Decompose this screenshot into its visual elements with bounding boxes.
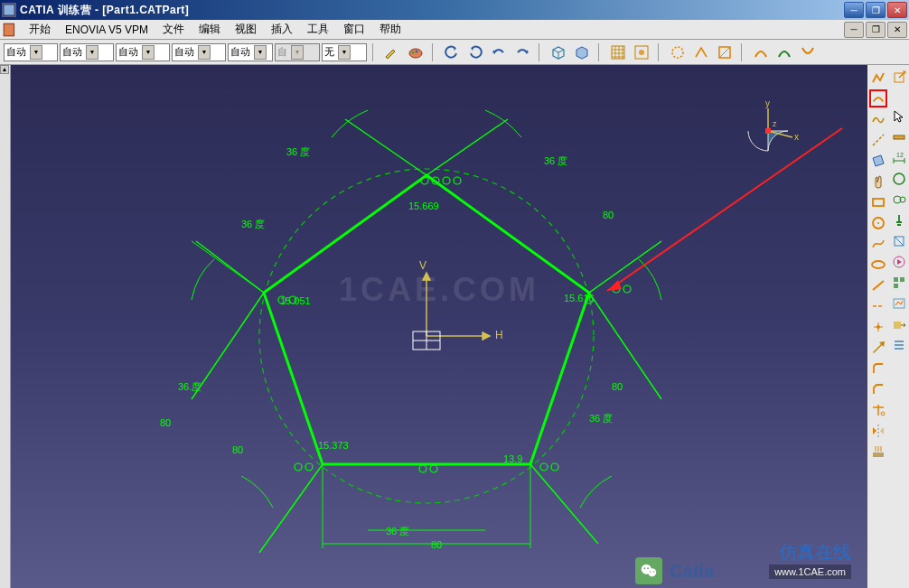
close-button[interactable]: ✕ bbox=[887, 2, 907, 18]
undo-icon[interactable] bbox=[441, 42, 463, 62]
arc1-icon[interactable] bbox=[750, 42, 772, 62]
mirror-icon[interactable] bbox=[869, 422, 887, 440]
svg-point-40 bbox=[540, 463, 548, 471]
cube2-icon[interactable] bbox=[571, 42, 593, 62]
output-icon[interactable] bbox=[890, 315, 908, 333]
sketch-analysis-icon[interactable] bbox=[890, 294, 908, 313]
svg-point-38 bbox=[623, 285, 631, 293]
contact-constraint-icon[interactable] bbox=[890, 191, 908, 209]
edit-multi-icon[interactable] bbox=[890, 274, 908, 292]
circle-center-icon[interactable] bbox=[869, 214, 887, 232]
snap-icon[interactable] bbox=[631, 42, 652, 62]
geo-constraint-icon[interactable] bbox=[714, 42, 736, 62]
project-icon[interactable] bbox=[869, 443, 887, 461]
exit-sketch-icon[interactable] bbox=[890, 69, 908, 87]
dimension-constraint-icon[interactable]: 12 bbox=[890, 149, 908, 167]
doc-restore-button[interactable]: ❐ bbox=[866, 22, 886, 38]
spline-icon[interactable] bbox=[869, 110, 887, 128]
redo-arrow-icon[interactable] bbox=[511, 42, 533, 62]
svg-text:y: y bbox=[765, 101, 770, 108]
select-arrow-icon[interactable] bbox=[890, 107, 908, 126]
constraint-icon[interactable] bbox=[890, 128, 908, 146]
maximize-button[interactable]: ❐ bbox=[866, 2, 886, 18]
menu-start[interactable]: 开始 bbox=[22, 20, 58, 39]
svg-line-25 bbox=[589, 241, 661, 293]
svg-point-73 bbox=[644, 567, 646, 569]
compass[interactable]: y x z bbox=[736, 101, 800, 164]
combo-7[interactable]: 无▼ bbox=[322, 43, 367, 61]
combo-6: 自▼ bbox=[275, 43, 320, 61]
ellipse-icon[interactable] bbox=[869, 256, 887, 274]
svg-point-42 bbox=[419, 465, 426, 472]
combo-2[interactable]: 自动▼ bbox=[60, 43, 114, 61]
axis2-icon[interactable] bbox=[869, 297, 887, 315]
svg-text:36 度: 36 度 bbox=[544, 155, 567, 166]
left-scrollbar[interactable]: ▲ bbox=[0, 65, 11, 588]
doc-minimize-button[interactable]: ─ bbox=[844, 22, 864, 38]
svg-point-43 bbox=[430, 465, 437, 472]
arc-three-points-icon[interactable] bbox=[869, 89, 887, 107]
arrow-icon[interactable] bbox=[869, 339, 887, 357]
fix-icon[interactable] bbox=[890, 211, 908, 229]
construction-icon[interactable] bbox=[667, 42, 689, 62]
combo-1[interactable]: 自动▼ bbox=[4, 43, 58, 61]
redo-icon[interactable] bbox=[464, 42, 486, 62]
svg-point-8 bbox=[672, 47, 683, 58]
spline2-icon[interactable] bbox=[869, 235, 887, 253]
svg-point-72 bbox=[648, 568, 656, 576]
point-icon[interactable] bbox=[869, 318, 887, 336]
svg-text:15.669: 15.669 bbox=[408, 201, 439, 211]
profile-icon[interactable] bbox=[869, 69, 887, 87]
arc2-icon[interactable] bbox=[773, 42, 795, 62]
animate-icon[interactable] bbox=[890, 253, 908, 271]
line-icon[interactable] bbox=[869, 276, 887, 294]
corner-icon[interactable] bbox=[869, 359, 887, 378]
combo-5[interactable]: 自动▼ bbox=[228, 43, 273, 61]
ellipse2-icon[interactable] bbox=[890, 170, 908, 188]
auto-constraint-icon[interactable] bbox=[890, 232, 908, 250]
menu-edit[interactable]: 编辑 bbox=[192, 20, 228, 39]
menu-enovia[interactable]: ENOVIA V5 VPM bbox=[58, 22, 155, 38]
doc-close-button[interactable]: ✕ bbox=[887, 22, 907, 38]
menu-file[interactable]: 文件 bbox=[155, 20, 192, 39]
list-icon[interactable] bbox=[890, 336, 908, 354]
menu-help[interactable]: 帮助 bbox=[372, 20, 408, 39]
menu-view[interactable]: 视图 bbox=[228, 20, 264, 39]
svg-line-21 bbox=[192, 293, 264, 399]
standard-icon[interactable] bbox=[690, 42, 712, 62]
scroll-up-icon[interactable]: ▲ bbox=[0, 65, 9, 74]
minimize-button[interactable]: ─ bbox=[844, 2, 864, 18]
svg-line-28 bbox=[192, 241, 264, 293]
svg-text:36.度: 36.度 bbox=[178, 381, 201, 392]
combo-4[interactable]: 自动▼ bbox=[172, 43, 226, 61]
svg-point-81 bbox=[872, 261, 885, 268]
wechat-icon bbox=[635, 557, 662, 584]
menu-tools[interactable]: 工具 bbox=[300, 20, 336, 39]
palette-icon[interactable] bbox=[405, 42, 426, 62]
app-icon bbox=[2, 3, 16, 17]
svg-text:36 度: 36 度 bbox=[386, 526, 409, 537]
svg-text:15.373: 15.373 bbox=[318, 440, 349, 451]
paint-icon[interactable] bbox=[381, 42, 403, 62]
trim-icon[interactable] bbox=[869, 401, 887, 419]
svg-text:15.051: 15.051 bbox=[280, 295, 311, 306]
svg-point-4 bbox=[416, 50, 418, 52]
sketch-canvas[interactable]: 1CAE.COM H V bbox=[11, 65, 867, 588]
combo-3[interactable]: 自动▼ bbox=[116, 43, 170, 61]
menu-window[interactable]: 窗口 bbox=[336, 20, 372, 39]
svg-rect-78 bbox=[873, 199, 884, 206]
undo-arrow-icon[interactable] bbox=[488, 42, 510, 62]
overlay-cae: 仿真在线 www.1CAE.com bbox=[769, 540, 851, 579]
hand-icon[interactable] bbox=[869, 173, 887, 191]
chamfer-icon[interactable] bbox=[869, 380, 887, 398]
cae-overlay-text: 仿真在线 bbox=[779, 540, 851, 565]
menu-insert[interactable]: 插入 bbox=[264, 20, 300, 39]
rectangle-icon[interactable] bbox=[869, 193, 887, 211]
arc3-icon[interactable] bbox=[797, 42, 819, 62]
svg-rect-101 bbox=[900, 277, 904, 282]
axis-icon[interactable] bbox=[869, 131, 887, 149]
cube-icon[interactable] bbox=[548, 42, 569, 62]
svg-line-18 bbox=[589, 293, 661, 399]
grid-icon[interactable] bbox=[607, 42, 629, 62]
plane-icon[interactable] bbox=[869, 152, 887, 170]
